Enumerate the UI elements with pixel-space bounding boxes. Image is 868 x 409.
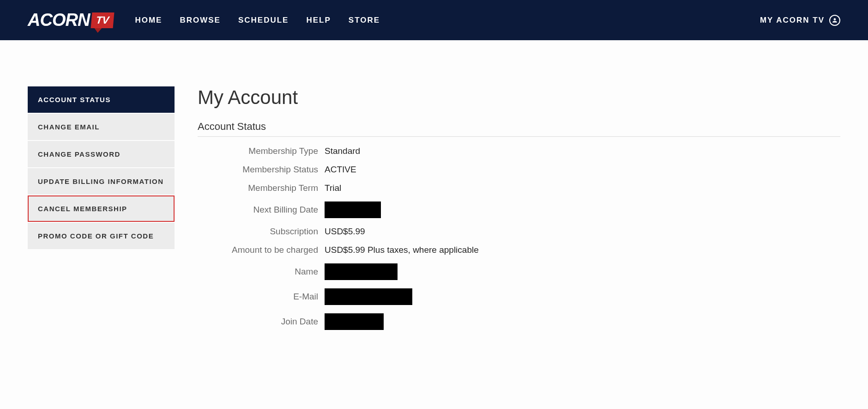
field-row: Amount to be chargedUSD$5.99 Plus taxes,… (198, 245, 840, 255)
sidebar-item-label: UPDATE BILLING INFORMATION (38, 177, 164, 185)
my-account-label: MY ACORN TV (760, 16, 825, 25)
main-content: My Account Account Status Membership Typ… (198, 86, 840, 338)
field-row: Membership StatusACTIVE (198, 165, 840, 175)
sidebar-item-change-password[interactable]: CHANGE PASSWORD (28, 141, 175, 167)
field-row: Next Billing Date (198, 201, 840, 218)
my-account-link[interactable]: MY ACORN TV (760, 15, 840, 26)
sidebar-item-label: CHANGE EMAIL (38, 123, 100, 131)
account-fields: Membership TypeStandardMembership Status… (198, 146, 840, 330)
sidebar-item-label: CHANGE PASSWORD (38, 150, 121, 158)
logo-main-text: ACORN (28, 10, 90, 30)
field-value: USD$5.99 Plus taxes, where applicable (325, 245, 479, 255)
field-row: E-Mail (198, 288, 840, 305)
field-value: Standard (325, 146, 360, 156)
sidebar-item-promo-code[interactable]: PROMO CODE OR GIFT CODE (28, 223, 175, 249)
field-label: Join Date (198, 317, 325, 327)
section-title: Account Status (198, 121, 840, 137)
field-label: Name (198, 267, 325, 277)
redacted-value (325, 313, 384, 330)
nav-schedule[interactable]: SCHEDULE (238, 16, 289, 25)
top-header: ACORN TV HOME BROWSE SCHEDULE HELP STORE… (0, 0, 868, 40)
field-value: ACTIVE (325, 165, 356, 175)
field-label: Membership Term (198, 183, 325, 193)
redacted-value (325, 288, 412, 305)
redacted-value (325, 201, 381, 218)
sidebar-item-label: ACCOUNT STATUS (38, 96, 111, 104)
field-row: Name (198, 263, 840, 280)
logo[interactable]: ACORN TV (28, 10, 114, 30)
nav-store[interactable]: STORE (349, 16, 380, 25)
sidebar-item-account-status[interactable]: ACCOUNT STATUS (28, 86, 175, 113)
field-label: Amount to be charged (198, 245, 325, 255)
sidebar-item-change-email[interactable]: CHANGE EMAIL (28, 114, 175, 140)
logo-tv-badge: TV (91, 12, 115, 28)
sidebar-item-cancel-membership[interactable]: CANCEL MEMBERSHIP (28, 195, 175, 222)
nav-help[interactable]: HELP (306, 16, 331, 25)
field-label: Next Billing Date (198, 205, 325, 215)
user-icon (829, 15, 840, 26)
page-title: My Account (198, 86, 840, 109)
field-value: Trial (325, 183, 341, 193)
field-row: SubscriptionUSD$5.99 (198, 226, 840, 237)
sidebar-item-update-billing[interactable]: UPDATE BILLING INFORMATION (28, 168, 175, 195)
field-label: E-Mail (198, 292, 325, 302)
field-label: Membership Type (198, 146, 325, 156)
field-row: Join Date (198, 313, 840, 330)
field-row: Membership TypeStandard (198, 146, 840, 156)
field-label: Subscription (198, 226, 325, 237)
nav-browse[interactable]: BROWSE (180, 16, 221, 25)
field-label: Membership Status (198, 165, 325, 175)
field-value: USD$5.99 (325, 226, 365, 237)
account-sidebar: ACCOUNT STATUS CHANGE EMAIL CHANGE PASSW… (28, 86, 175, 338)
field-row: Membership TermTrial (198, 183, 840, 193)
redacted-value (325, 263, 398, 280)
nav-home[interactable]: HOME (135, 16, 162, 25)
sidebar-item-label: PROMO CODE OR GIFT CODE (38, 232, 154, 240)
sidebar-item-label: CANCEL MEMBERSHIP (38, 205, 127, 213)
main-nav: HOME BROWSE SCHEDULE HELP STORE (135, 16, 380, 25)
